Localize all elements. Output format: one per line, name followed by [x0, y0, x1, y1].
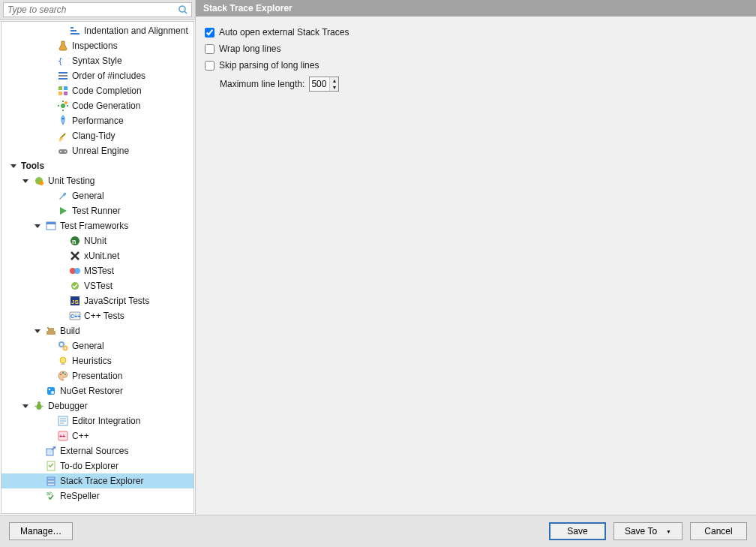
search-input[interactable]: [3, 2, 192, 17]
tree-item-label: Editor Integration: [72, 416, 140, 426]
search-icon[interactable]: [177, 4, 189, 16]
tree-item-nunit[interactable]: nNUnit: [2, 233, 194, 248]
tree-item-label: Debugger: [48, 401, 88, 411]
tree-item-code-generation[interactable]: Code Generation: [2, 98, 194, 113]
svg-rect-11: [58, 92, 62, 95]
svg-point-23: [64, 151, 66, 152]
svg-point-25: [39, 181, 44, 185]
tree-item-clang-tidy[interactable]: Clang-Tidy: [2, 128, 194, 143]
tree-item-c[interactable]: ++C++: [2, 428, 194, 443]
svg-rect-68: [47, 480, 55, 482]
gamepad-icon: [57, 145, 69, 157]
tree-item-respeller[interactable]: abReSpeller: [2, 488, 194, 503]
cpp-icon: C++: [69, 310, 81, 322]
manage-button[interactable]: Manage…: [9, 522, 73, 540]
lines-icon: [57, 70, 69, 82]
tree-item-label: Inspections: [72, 41, 118, 51]
max-line-length-input[interactable]: [310, 77, 329, 91]
tree-item-javascript-tests[interactable]: JSJavaScript Tests: [2, 293, 194, 308]
expander-icon: [45, 341, 54, 350]
tree-item-test-runner[interactable]: Test Runner: [2, 203, 194, 218]
tree-item-debugger[interactable]: Debugger: [2, 398, 194, 413]
tree-item-unit-testing[interactable]: Unit Testing: [2, 173, 194, 188]
stepper-down[interactable]: ▼: [329, 84, 338, 91]
svg-rect-21: [58, 149, 68, 154]
cancel-button[interactable]: Cancel: [690, 522, 747, 540]
expander-icon[interactable]: [21, 401, 30, 410]
tree-item-indentation-and-alignment[interactable]: Indentation and Alignment: [2, 23, 194, 38]
tree-item-build[interactable]: Build: [2, 323, 194, 338]
svg-marker-26: [60, 207, 67, 215]
save-button[interactable]: Save: [549, 522, 606, 540]
max-line-length-row: Maximum line length: ▲ ▼: [205, 77, 747, 92]
stepper-up[interactable]: ▲: [329, 77, 338, 84]
expander-icon[interactable]: [21, 176, 30, 185]
tree-item-label: General: [72, 341, 104, 351]
tree-item-unreal-engine[interactable]: Unreal Engine: [2, 143, 194, 158]
tree-item-nuget-restorer[interactable]: NuGet Restorer: [2, 383, 194, 398]
svg-rect-42: [47, 327, 49, 329]
svg-point-45: [60, 357, 66, 363]
skip-checkbox[interactable]: [205, 61, 214, 71]
tree-item-performance[interactable]: Performance: [2, 113, 194, 128]
tree-item-label: ReSpeller: [60, 491, 100, 501]
tree-item-test-frameworks[interactable]: Test Frameworks: [2, 218, 194, 233]
tree-item-label: Tools: [21, 161, 44, 171]
svg-rect-8: [58, 78, 68, 80]
editor-icon: [57, 415, 69, 427]
tree-item-general[interactable]: General: [2, 338, 194, 353]
svg-point-54: [38, 401, 40, 404]
tree-item-to-do-explorer[interactable]: To-do Explorer: [2, 458, 194, 473]
svg-rect-50: [47, 387, 55, 395]
tree-item-editor-integration[interactable]: Editor Integration: [2, 413, 194, 428]
tree-item-order-of-includes[interactable]: Order of #includes: [2, 68, 194, 83]
bug-icon: [33, 400, 45, 412]
vstest-icon: [69, 280, 81, 292]
arrow-green-icon: [57, 205, 69, 217]
tree-item-external-sources[interactable]: External Sources: [2, 443, 194, 458]
tree-item-label: Unreal Engine: [72, 146, 129, 156]
expander-icon: [45, 431, 54, 440]
tree-item-label: JavaScript Tests: [84, 296, 149, 306]
expander-icon: [33, 446, 42, 455]
flask-icon: [57, 40, 69, 52]
option-skip-parsing[interactable]: Skip parsing of long lines: [205, 57, 747, 74]
tree-item-tools[interactable]: Tools: [2, 158, 194, 173]
expander-icon: [33, 491, 42, 500]
chevron-down-icon: ▼: [666, 529, 671, 534]
settings-tree[interactable]: Indentation and AlignmentInspections{ }S…: [1, 21, 194, 514]
tree-item-presentation[interactable]: Presentation: [2, 368, 194, 383]
max-line-length-stepper[interactable]: ▲ ▼: [309, 77, 339, 92]
tree-item-general[interactable]: General: [2, 188, 194, 203]
tree-item-heuristics[interactable]: Heuristics: [2, 353, 194, 368]
extsrc-icon: [45, 445, 57, 457]
braces-icon: { }: [57, 55, 69, 67]
tree-item-code-completion[interactable]: Code Completion: [2, 83, 194, 98]
svg-rect-41: [48, 328, 54, 331]
expander-icon: [45, 41, 54, 50]
cpp2-icon: ++: [57, 430, 69, 442]
expander-icon: [57, 281, 66, 290]
tree-item-syntax-style[interactable]: { }Syntax Style: [2, 53, 194, 68]
save-to-button[interactable]: Save To ▼: [614, 522, 682, 540]
tree-item-vstest[interactable]: VSTest: [2, 278, 194, 293]
auto-open-checkbox[interactable]: [205, 28, 214, 38]
tree-item-inspections[interactable]: Inspections: [2, 38, 194, 53]
expander-icon[interactable]: [33, 221, 42, 230]
option-wrap-long-lines[interactable]: Wrap long lines: [205, 41, 747, 57]
expander-icon[interactable]: [9, 161, 18, 170]
expander-icon: [57, 311, 66, 320]
tree-item-label: Test Frameworks: [60, 221, 128, 231]
tree-item-label: VSTest: [84, 281, 112, 291]
tree-item-xunit-net[interactable]: xUnit.net: [2, 248, 194, 263]
nunit-icon: n: [69, 235, 81, 247]
wrap-checkbox[interactable]: [205, 44, 214, 54]
gears-icon: [57, 340, 69, 352]
option-auto-open[interactable]: Auto open external Stack Traces: [205, 24, 747, 41]
tree-item-stack-trace-explorer[interactable]: Stack Trace Explorer: [2, 473, 194, 488]
tree-item-c-tests[interactable]: C++C++ Tests: [2, 308, 194, 323]
expander-icon[interactable]: [33, 326, 42, 335]
svg-point-43: [59, 342, 64, 347]
expander-icon: [45, 131, 54, 140]
tree-item-mstest[interactable]: MSTest: [2, 263, 194, 278]
